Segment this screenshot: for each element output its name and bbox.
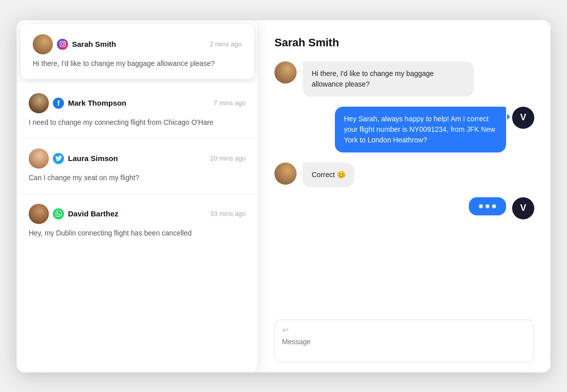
messages-area: Hi there, I'd like to change my baggage …	[274, 61, 534, 311]
conv-name-mark: Mark Thompson	[68, 99, 214, 107]
conv-time-mark: 7 mins ago	[214, 99, 246, 107]
chat-avatar-sarah-2	[274, 163, 297, 185]
bubble-incoming-2: Correct 😊	[303, 163, 355, 187]
reply-icon: ↩	[282, 325, 289, 335]
message-input[interactable]	[282, 338, 527, 354]
typing-dot-3	[492, 204, 496, 208]
conv-message-david: Hey, my Dublin connecting flight has bee…	[29, 228, 246, 239]
left-panel: Sarah Smith 2 mins ago Hi there, I'd lik…	[17, 20, 258, 372]
conversation-item-mark[interactable]: f Mark Thompson 7 mins ago I need to cha…	[17, 83, 258, 138]
message-row-3: Correct 😊	[274, 163, 534, 187]
conv-time-david: 33 mins ago	[210, 210, 246, 217]
conv-name-sarah: Sarah Smith	[72, 40, 209, 48]
right-panel: Sarah Smith Hi there, I'd like to change…	[258, 20, 550, 372]
twitter-icon	[53, 153, 64, 164]
input-area: ↩	[274, 320, 534, 362]
typing-dot-1	[479, 204, 483, 208]
avatar-mark	[29, 93, 49, 113]
conv-time-laura: 20 mins ago	[210, 154, 246, 162]
svg-point-1	[61, 43, 63, 45]
whatsapp-icon	[53, 208, 64, 219]
chat-avatar-agent-2: V	[512, 197, 534, 219]
reply-bar: ↩	[282, 325, 527, 335]
message-row-4: V	[274, 197, 534, 219]
avatar-laura	[29, 148, 49, 169]
chat-avatar-sarah-1	[274, 61, 297, 84]
conv-message-sarah: Hi there, I'd like to change my baggage …	[33, 58, 242, 69]
svg-point-2	[63, 42, 64, 43]
conv-name-david: David Barthez	[68, 209, 210, 218]
conversation-item-sarah[interactable]: Sarah Smith 2 mins ago Hi there, I'd lik…	[21, 24, 254, 79]
message-row-1: Hi there, I'd like to change my baggage …	[274, 61, 534, 97]
conv-message-laura: Can I change my seat on my flight?	[29, 173, 246, 183]
chat-header-name: Sarah Smith	[274, 36, 534, 49]
conv-name-laura: Laura Simson	[68, 154, 210, 163]
message-row-2: V Hey Sarah, always happy to help! Am I …	[274, 107, 534, 152]
conv-time-sarah: 2 mins ago	[209, 40, 242, 48]
chat-avatar-agent-1: V	[512, 107, 534, 129]
bubble-incoming-1: Hi there, I'd like to change my baggage …	[303, 61, 474, 97]
avatar-david	[29, 204, 49, 224]
bubble-outgoing-1: Hey Sarah, always happy to help! Am I co…	[335, 107, 506, 152]
conv-message-mark: I need to change my connecting flight fr…	[29, 117, 246, 128]
svg-rect-0	[60, 41, 65, 47]
typing-dot-2	[485, 204, 489, 208]
app-container: Sarah Smith 2 mins ago Hi there, I'd lik…	[17, 20, 550, 372]
instagram-icon	[57, 39, 68, 50]
facebook-icon: f	[53, 98, 64, 109]
typing-indicator	[469, 197, 506, 215]
conversation-item-laura[interactable]: Laura Simson 20 mins ago Can I change my…	[17, 138, 258, 194]
conversation-item-david[interactable]: David Barthez 33 mins ago Hey, my Dublin…	[17, 194, 258, 249]
avatar-sarah	[33, 34, 53, 54]
